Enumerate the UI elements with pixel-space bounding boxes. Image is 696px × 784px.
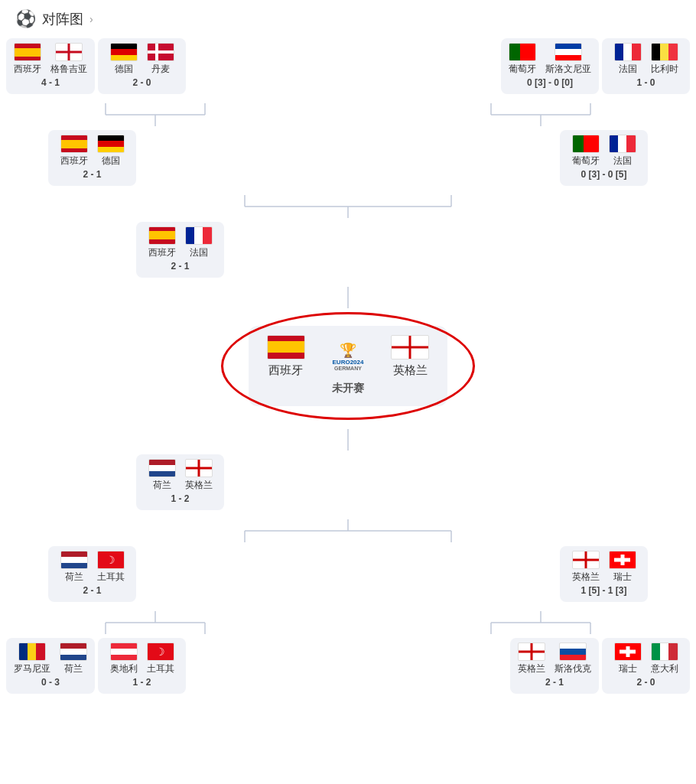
team-name: 瑞士 bbox=[619, 663, 637, 675]
team-name: 斯洛文尼亚 bbox=[545, 63, 591, 75]
team-name: 法国 bbox=[190, 247, 208, 259]
team-name: 西班牙 bbox=[148, 247, 176, 259]
match-score: 2 - 0 bbox=[636, 677, 655, 688]
r16-match-1[interactable]: 西班牙 格鲁吉亚 4 - 1 bbox=[6, 38, 95, 94]
team-name: 荷兰 bbox=[153, 480, 171, 491]
flag-slovenia bbox=[555, 43, 582, 61]
sf-top: 西班牙 法国 2 - 1 bbox=[6, 222, 690, 278]
flag-spain bbox=[148, 226, 176, 245]
connector-qf-bottom bbox=[157, 519, 539, 542]
match-score: 2 - 1 bbox=[83, 585, 101, 596]
r16-match-7[interactable]: 英格兰 斯洛伐克 2 - 1 bbox=[510, 638, 599, 694]
flag-portugal bbox=[572, 135, 600, 153]
team-name: 瑞士 bbox=[613, 571, 632, 583]
r16-match-8[interactable]: 瑞士 意大利 2 - 0 bbox=[602, 638, 690, 694]
match-score: 0 [3] - 0 [0] bbox=[527, 77, 573, 88]
connector-top-right bbox=[441, 103, 640, 126]
team-name: 丹麦 bbox=[151, 63, 170, 75]
final-team1: 西班牙 bbox=[268, 363, 303, 378]
flag-france bbox=[614, 43, 642, 61]
r16-bottom-right-group: 英格兰 斯洛伐克 2 - 1 瑞士 意 bbox=[510, 638, 690, 694]
r16-match-3[interactable]: 葡萄牙 斯洛文尼亚 0 [3] - 0 [0] bbox=[501, 38, 599, 94]
flag-france bbox=[185, 226, 213, 245]
team-name: 比利时 bbox=[651, 63, 678, 75]
team-name: 英格兰 bbox=[572, 571, 600, 583]
flag-spain bbox=[14, 43, 41, 61]
team-name: 土耳其 bbox=[147, 663, 174, 675]
team-name: 法国 bbox=[619, 63, 637, 75]
flag-portugal bbox=[509, 43, 536, 61]
r16-match-2[interactable]: 德国 丹麦 2 - 0 bbox=[98, 38, 186, 94]
flag-turkey bbox=[97, 551, 125, 569]
connector-top-left bbox=[56, 103, 255, 126]
qf-match-2[interactable]: 葡萄牙 法国 0 [3] - 0 [5] bbox=[560, 130, 648, 186]
team-name: 西班牙 bbox=[14, 63, 41, 75]
match-score: 0 [3] - 0 [5] bbox=[581, 169, 626, 180]
connector-sf-top bbox=[157, 195, 539, 218]
qf-match-3[interactable]: 荷兰 土耳其 2 - 1 bbox=[48, 546, 136, 602]
r16-bottom-row: 罗马尼亚 荷兰 0 - 3 奥地利 土 bbox=[6, 638, 690, 694]
team-name: 德国 bbox=[102, 155, 120, 167]
team-name: 德国 bbox=[115, 63, 133, 75]
flag-belgium bbox=[651, 43, 678, 61]
sf-match-2[interactable]: 荷兰 英格兰 1 - 2 bbox=[136, 454, 224, 510]
flag-switzerland bbox=[614, 642, 642, 661]
header-title: 对阵图 bbox=[42, 10, 83, 28]
match-score: 1 - 2 bbox=[171, 493, 189, 504]
flag-denmark bbox=[147, 43, 174, 61]
flag-netherlands bbox=[60, 551, 88, 569]
connector-r16-bottom-right bbox=[441, 611, 640, 634]
r16-match-6[interactable]: 奥地利 土耳其 1 - 2 bbox=[98, 638, 186, 694]
team-name: 葡萄牙 bbox=[572, 155, 600, 167]
final-match[interactable]: 西班牙 🏆 EURO2024 GERMANY 英格兰 未开赛 bbox=[249, 326, 448, 406]
r16-right-group: 葡萄牙 斯洛文尼亚 0 [3] - 0 [0] 法国 bbox=[501, 38, 690, 94]
flag-italy bbox=[651, 642, 678, 661]
match-score: 0 - 3 bbox=[41, 677, 60, 688]
flag-austria bbox=[110, 642, 138, 661]
qf-match-1[interactable]: 西班牙 德国 2 - 1 bbox=[48, 130, 136, 186]
match-score: 2 - 1 bbox=[171, 261, 189, 272]
team-name: 荷兰 bbox=[65, 571, 83, 583]
team-name: 法国 bbox=[613, 155, 632, 167]
team-name: 斯洛伐克 bbox=[555, 663, 591, 675]
header-chevron: › bbox=[89, 13, 93, 25]
sf-match-1[interactable]: 西班牙 法国 2 - 1 bbox=[136, 222, 224, 278]
r16-match-5[interactable]: 罗马尼亚 荷兰 0 - 3 bbox=[6, 638, 95, 694]
r16-top-row: 西班牙 格鲁吉亚 4 - 1 德国 丹 bbox=[6, 38, 690, 94]
team-name: 意大利 bbox=[651, 663, 678, 675]
flag-germany bbox=[97, 135, 125, 153]
r16-match-4[interactable]: 法国 比利时 1 - 0 bbox=[602, 38, 690, 94]
team-name: 葡萄牙 bbox=[509, 63, 536, 75]
flag-england bbox=[572, 551, 600, 569]
flag-georgia bbox=[55, 43, 83, 61]
flag-england bbox=[518, 642, 545, 661]
flag-romania bbox=[18, 642, 46, 661]
final-section: 西班牙 🏆 EURO2024 GERMANY 英格兰 未开赛 bbox=[6, 312, 690, 420]
qf-match-4[interactable]: 英格兰 瑞士 1 [5] - 1 [3] bbox=[560, 546, 648, 602]
match-score: 2 - 1 bbox=[545, 677, 564, 688]
connector-r16-bottom-left bbox=[56, 611, 255, 634]
match-score: 4 - 1 bbox=[41, 77, 60, 88]
match-score: 2 - 0 bbox=[132, 77, 151, 88]
flag-slovakia bbox=[559, 642, 587, 661]
team-name: 格鲁吉亚 bbox=[50, 63, 87, 75]
flag-spain bbox=[60, 135, 88, 153]
final-team2: 英格兰 bbox=[393, 363, 428, 378]
flag-germany bbox=[110, 43, 138, 61]
qf-top-row: 西班牙 德国 2 - 1 葡萄牙 法国 0 [3] - 0 [ bbox=[6, 130, 690, 186]
team-name: 英格兰 bbox=[185, 480, 213, 491]
header-icon: ⚽ bbox=[15, 9, 36, 29]
team-name: 土耳其 bbox=[97, 571, 125, 583]
flag-france bbox=[609, 135, 636, 153]
connector-final-top bbox=[272, 287, 424, 308]
team-name: 罗马尼亚 bbox=[14, 663, 50, 675]
flag-netherlands bbox=[148, 459, 176, 477]
qf-bottom-row: 荷兰 土耳其 2 - 1 英格兰 瑞士 1 [5] - 1 [ bbox=[6, 546, 690, 602]
final-score: 未开赛 bbox=[332, 382, 364, 395]
flag-england-final bbox=[391, 335, 429, 359]
page-header: ⚽ 对阵图 › bbox=[0, 0, 696, 38]
team-name: 奥地利 bbox=[110, 663, 138, 675]
sf-bottom: 荷兰 英格兰 1 - 2 bbox=[6, 454, 690, 510]
flag-spain-final bbox=[267, 335, 305, 359]
team-name: 英格兰 bbox=[518, 663, 545, 675]
